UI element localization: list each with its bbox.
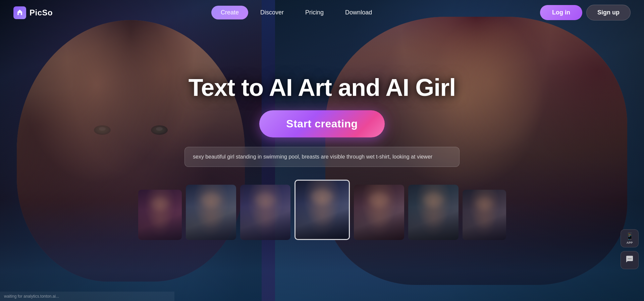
thumbnail-2[interactable]: [186, 185, 236, 240]
logo-area[interactable]: PicSo: [13, 6, 53, 19]
nav-pricing[interactable]: Pricing: [296, 6, 333, 19]
signup-button[interactable]: Sign up: [586, 5, 631, 20]
status-text: waiting for analytics.tonton.ai...: [4, 294, 59, 299]
navbar: PicSo Create Discover Pricing Download L…: [0, 0, 644, 25]
chat-button[interactable]: [621, 251, 639, 269]
logo-icon: [13, 6, 26, 19]
thumbnail-6[interactable]: [408, 185, 459, 240]
app-button-label: APP: [627, 241, 633, 244]
svg-point-0: [19, 10, 21, 11]
hero-title: Text to AI Art and AI Girl: [189, 74, 456, 101]
svg-point-1: [628, 258, 629, 259]
thumbnail-4-active[interactable]: [294, 180, 350, 240]
thumbnail-1[interactable]: [138, 190, 182, 240]
thumbnail-3[interactable]: [240, 185, 290, 240]
hero-content: Text to AI Art and AI Girl Start creatin…: [0, 0, 644, 301]
nav-links: Create Discover Pricing Download: [211, 6, 381, 19]
thumbnail-7[interactable]: [463, 190, 506, 240]
start-creating-button[interactable]: Start creating: [259, 110, 384, 137]
brand-name: PicSo: [30, 8, 53, 17]
nav-create[interactable]: Create: [211, 6, 248, 19]
nav-right: Log in Sign up: [540, 5, 631, 20]
thumbnail-5[interactable]: [354, 185, 404, 240]
app-download-button[interactable]: 📱 APP: [621, 229, 639, 247]
app-icon: 📱: [626, 232, 634, 240]
svg-point-2: [629, 258, 630, 259]
prompt-input[interactable]: [193, 153, 451, 161]
status-bar: waiting for analytics.tonton.ai...: [0, 292, 174, 301]
nav-discover[interactable]: Discover: [251, 6, 293, 19]
svg-point-3: [631, 258, 631, 259]
prompt-container: [184, 147, 460, 167]
chat-icon: [626, 255, 634, 265]
login-button[interactable]: Log in: [540, 5, 582, 20]
nav-download[interactable]: Download: [336, 6, 381, 19]
thumbnail-strip: [138, 180, 506, 240]
